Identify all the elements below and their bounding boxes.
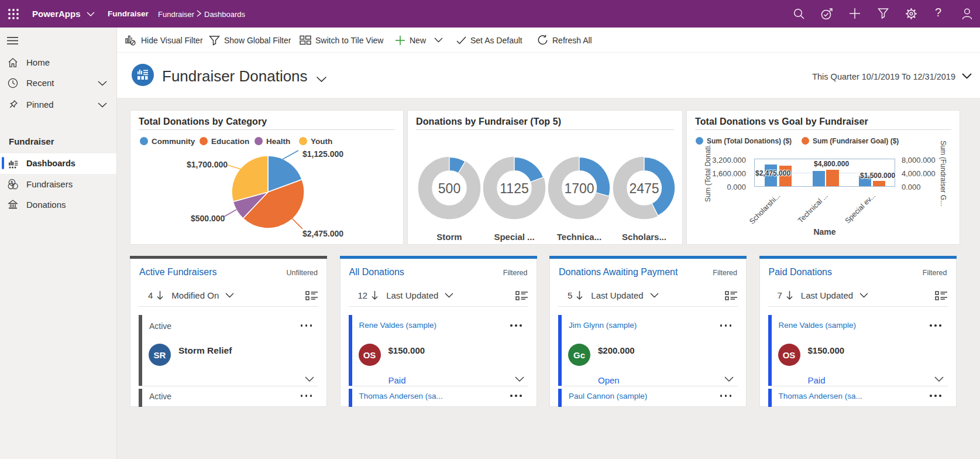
svg-text:$: $ — [11, 180, 13, 185]
